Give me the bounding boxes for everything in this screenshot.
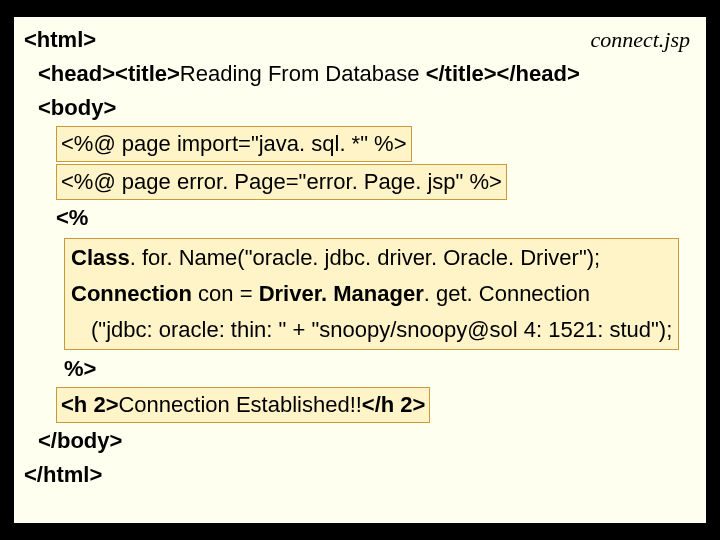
code-line: <head><title>Reading From Database </tit… [24, 57, 696, 91]
filename-label: connect.jsp [590, 27, 690, 53]
code-inner-line: ("jdbc: oracle: thin: " + "snoopy/snoopy… [71, 313, 672, 347]
code-line: <h 2>Connection Established!!</h 2> [24, 386, 696, 424]
code-inner-line: Connection con = Driver. Manager. get. C… [71, 277, 672, 311]
text: . get. Connection [424, 281, 590, 306]
highlight-box: Class. for. Name("oracle. jdbc. driver. … [64, 238, 679, 350]
tag-open: <body> [38, 95, 116, 120]
code-inner-line: Class. for. Name("oracle. jdbc. driver. … [71, 241, 672, 275]
scriptlet-open: <% [56, 205, 88, 230]
tag-close: </title></head> [426, 61, 580, 86]
code-line: Class. for. Name("oracle. jdbc. driver. … [24, 236, 696, 352]
code-line: <%@ page import="java. sql. *" %> [24, 125, 696, 163]
code-line: <%@ page error. Page="error. Page. jsp" … [24, 163, 696, 201]
code-line: <body> [24, 91, 696, 125]
tag-open: <h 2> [61, 392, 118, 417]
code-line: </body> [24, 424, 696, 458]
text: Connection Established!! [118, 392, 361, 417]
tag-open: <head><title> [38, 61, 180, 86]
text: . for. Name("oracle. jdbc. driver. Oracl… [130, 245, 600, 270]
code-line: %> [24, 352, 696, 386]
tag-close: </html> [24, 462, 102, 487]
highlight-box: <%@ page import="java. sql. *" %> [56, 126, 412, 162]
tag-close: </body> [38, 428, 122, 453]
text: Reading From Database [180, 61, 426, 86]
highlight-box: <h 2>Connection Established!!</h 2> [56, 387, 430, 423]
text: con = [192, 281, 259, 306]
keyword: Connection [71, 281, 192, 306]
text: ("jdbc: oracle: thin: " + "snoopy/snoopy… [91, 317, 672, 342]
tag-open: <html> [24, 27, 96, 52]
code-slide: connect.jsp <html> <head><title>Reading … [12, 15, 708, 525]
highlight-box: <%@ page error. Page="error. Page. jsp" … [56, 164, 507, 200]
keyword: Driver. Manager [259, 281, 424, 306]
scriptlet-close: %> [64, 356, 96, 381]
tag-close: </h 2> [362, 392, 426, 417]
keyword: Class [71, 245, 130, 270]
code-body: <html> <head><title>Reading From Databas… [24, 23, 696, 492]
code-line: <% [24, 201, 696, 235]
code-line: </html> [24, 458, 696, 492]
